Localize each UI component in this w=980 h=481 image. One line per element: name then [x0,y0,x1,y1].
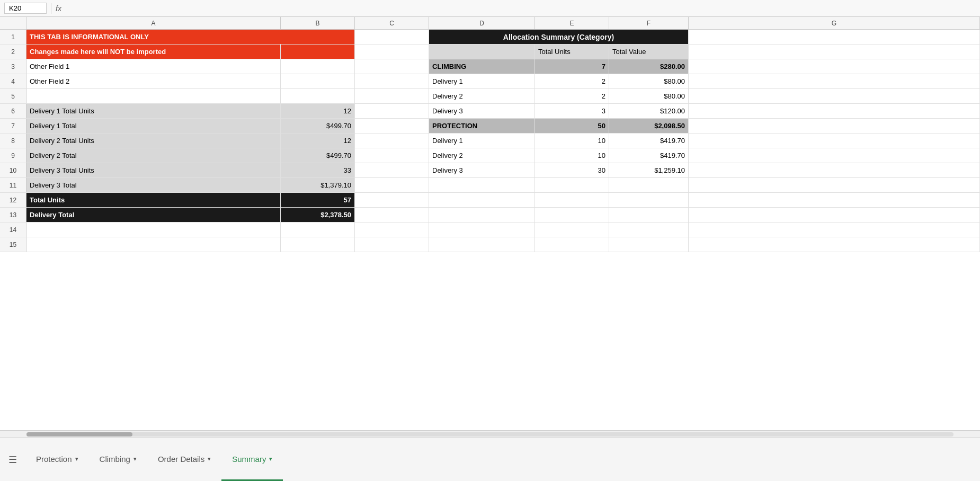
col-header-a[interactable]: A [26,17,281,29]
table-row[interactable]: 12Total Units57 [0,193,980,208]
cell-2-g[interactable] [689,44,980,59]
cell-13-e[interactable] [535,208,609,222]
cell-12-d[interactable] [429,193,535,207]
cell-13-c[interactable] [355,208,429,222]
table-row[interactable]: 5Delivery 22$80.00 [0,89,980,104]
cell-10-g[interactable] [689,163,980,177]
cell-5-g[interactable] [689,89,980,103]
cell-11-d[interactable] [429,178,535,192]
table-row[interactable]: 8Delivery 2 Total Units12Delivery 110$41… [0,133,980,148]
cell-4-f[interactable]: $80.00 [609,74,689,88]
cell-8-b[interactable]: 12 [281,133,355,148]
cell-3-e[interactable]: 7 [535,59,609,74]
table-row[interactable]: 2Changes made here will NOT be importedT… [0,44,980,59]
cell-4-d[interactable]: Delivery 1 [429,74,535,88]
cell-8-c[interactable] [355,133,429,148]
cell-3-b[interactable] [281,59,355,74]
cell-15-c[interactable] [355,237,429,252]
tab-order-details[interactable]: Order Details ▾ [147,438,221,481]
cell-9-e[interactable]: 10 [535,148,609,163]
cell-4-a[interactable]: Other Field 2 [26,74,281,88]
cell-11-b[interactable]: $1,379.10 [281,178,355,192]
cell-11-f[interactable] [609,178,689,192]
cell-2-b[interactable] [281,44,355,59]
cell-10-d[interactable]: Delivery 3 [429,163,535,177]
col-header-f[interactable]: F [609,17,689,29]
cell-15-a[interactable] [26,237,281,252]
cell-13-a[interactable]: Delivery Total [26,208,281,222]
cell-2-a[interactable]: Changes made here will NOT be imported [26,44,281,59]
cell-4-g[interactable] [689,74,980,88]
cell-6-b[interactable]: 12 [281,104,355,118]
cell-3-f[interactable]: $280.00 [609,59,689,74]
cell-2-e[interactable]: Total Units [535,44,609,59]
table-row[interactable]: 3Other Field 1CLIMBING7$280.00 [0,59,980,74]
cell-15-e[interactable] [535,237,609,252]
cell-3-a[interactable]: Other Field 1 [26,59,281,74]
cell-4-c[interactable] [355,74,429,88]
cell-8-a[interactable]: Delivery 2 Total Units [26,133,281,148]
cell-12-c[interactable] [355,193,429,207]
cell-6-d[interactable]: Delivery 3 [429,104,535,118]
cell-7-f[interactable]: $2,098.50 [609,119,689,133]
cell-13-f[interactable] [609,208,689,222]
cell-8-f[interactable]: $419.70 [609,133,689,148]
table-row[interactable]: 7Delivery 1 Total$499.70PROTECTION50$2,0… [0,119,980,133]
cell-8-e[interactable]: 10 [535,133,609,148]
cell-6-a[interactable]: Delivery 1 Total Units [26,104,281,118]
cell-12-f[interactable] [609,193,689,207]
table-row[interactable]: 6Delivery 1 Total Units12Delivery 33$120… [0,104,980,119]
cell-13-g[interactable] [689,208,980,222]
horizontal-scrollbar[interactable] [0,430,980,438]
cell-14-c[interactable] [355,222,429,237]
cell-6-e[interactable]: 3 [535,104,609,118]
col-header-d[interactable]: D [429,17,535,29]
cell-8-g[interactable] [689,133,980,148]
cell-7-d[interactable]: PROTECTION [429,119,535,133]
cell-15-f[interactable] [609,237,689,252]
table-row[interactable]: 11Delivery 3 Total$1,379.10 [0,178,980,193]
cell-7-b[interactable]: $499.70 [281,119,355,133]
cell-7-a[interactable]: Delivery 1 Total [26,119,281,133]
cell-10-b[interactable]: 33 [281,163,355,177]
cell-13-d[interactable] [429,208,535,222]
cell-10-e[interactable]: 30 [535,163,609,177]
cell-5-a[interactable] [26,89,281,103]
tab-summary[interactable]: Summary ▾ [221,438,283,481]
scrollbar-track[interactable] [26,432,954,437]
cell-3-c[interactable] [355,59,429,74]
cell-5-c[interactable] [355,89,429,103]
cell-5-b[interactable] [281,89,355,103]
cell-9-b[interactable]: $499.70 [281,148,355,163]
table-row[interactable]: 1THIS TAB IS INFORMATIONAL ONLYAllocatio… [0,30,980,44]
hamburger-menu-icon[interactable]: ☰ [8,454,17,466]
cell-10-a[interactable]: Delivery 3 Total Units [26,163,281,177]
col-header-g[interactable]: G [689,17,980,29]
cell-2-d[interactable] [429,44,535,59]
tab-protection[interactable]: Protection ▾ [25,438,89,481]
cell-14-e[interactable] [535,222,609,237]
cell-8-d[interactable]: Delivery 1 [429,133,535,148]
cell-12-a[interactable]: Total Units [26,193,281,207]
tab-climbing[interactable]: Climbing ▾ [89,438,147,481]
cell-10-f[interactable]: $1,259.10 [609,163,689,177]
cell-9-a[interactable]: Delivery 2 Total [26,148,281,163]
cell-13-b[interactable]: $2,378.50 [281,208,355,222]
cell-6-g[interactable] [689,104,980,118]
table-row[interactable]: 4Other Field 2Delivery 12$80.00 [0,74,980,89]
cell-15-d[interactable] [429,237,535,252]
cell-12-g[interactable] [689,193,980,207]
cell-9-g[interactable] [689,148,980,163]
cell-11-g[interactable] [689,178,980,192]
cell-7-e[interactable]: 50 [535,119,609,133]
cell-4-b[interactable] [281,74,355,88]
cell-10-c[interactable] [355,163,429,177]
cell-3-d[interactable]: CLIMBING [429,59,535,74]
cell-2-c[interactable] [355,44,429,59]
cell-15-b[interactable] [281,237,355,252]
scrollbar-thumb[interactable] [26,432,132,437]
cell-5-d[interactable]: Delivery 2 [429,89,535,103]
table-row[interactable]: 15 [0,237,980,252]
cell-3-g[interactable] [689,59,980,74]
col-header-c[interactable]: C [355,17,429,29]
